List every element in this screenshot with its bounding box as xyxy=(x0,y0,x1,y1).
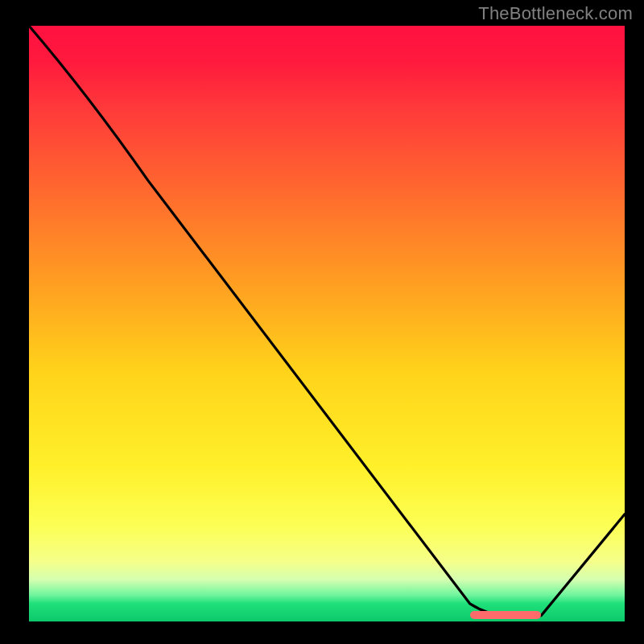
watermark-label: TheBottleneck.com xyxy=(478,3,633,24)
valley-marker xyxy=(470,611,542,619)
chart-frame: TheBottleneck.com xyxy=(0,0,644,644)
bottleneck-curve xyxy=(29,26,625,617)
plot-area xyxy=(29,26,625,621)
curve-layer xyxy=(29,26,625,621)
